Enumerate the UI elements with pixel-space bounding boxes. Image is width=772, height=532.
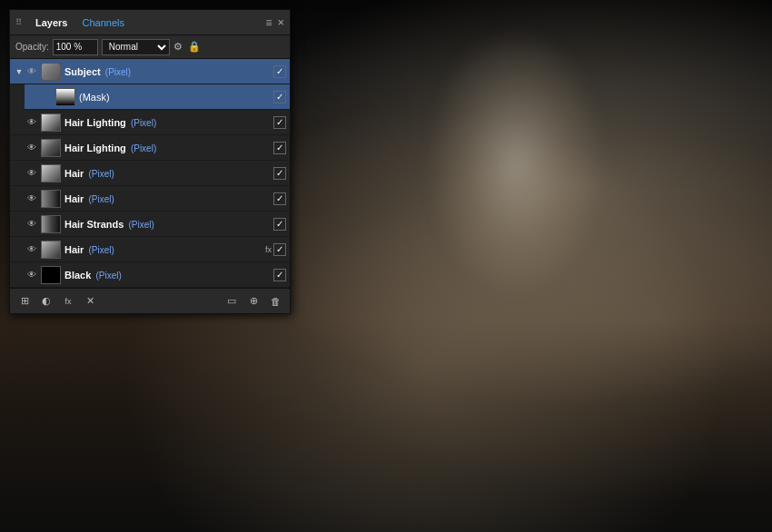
- drag-handle[interactable]: ⠿: [15, 17, 23, 27]
- thumb-graphic: [42, 191, 60, 207]
- layer-check[interactable]: ✓: [273, 269, 286, 281]
- layers-list: ▼ 👁 Subject (Pixel) ✓ (Mask): [10, 59, 290, 288]
- bottom-toolbar: ⊞ ◐ fx ✕ ▭ ⊕ 🗑: [10, 288, 290, 313]
- fx-label: fx: [265, 245, 272, 254]
- eye-icon: 👁: [27, 193, 36, 203]
- layer-visibility-toggle[interactable]: 👁: [25, 268, 39, 282]
- thumb-graphic: [42, 114, 60, 131]
- layer-name: Hair (Pixel): [64, 193, 273, 204]
- opacity-label: Opacity:: [15, 42, 49, 52]
- layer-visibility-toggle[interactable]: 👁: [25, 166, 39, 181]
- layer-check[interactable]: ✓: [273, 91, 286, 103]
- panel-controls: ≡ ×: [265, 15, 284, 29]
- thumb-graphic: [42, 140, 60, 156]
- layer-thumbnail: [55, 88, 75, 106]
- opacity-input[interactable]: [53, 39, 98, 55]
- layer-name: (Mask): [79, 92, 273, 103]
- collapse-icon: ▼: [15, 67, 24, 76]
- eye-icon: 👁: [27, 168, 36, 178]
- layer-name: Hair Strands (Pixel): [64, 219, 273, 230]
- eye-icon: 👁: [27, 143, 36, 153]
- layer-visibility-toggle[interactable]: 👁: [25, 192, 39, 206]
- layer-row[interactable]: 👁 Black (Pixel) ✓: [10, 262, 290, 288]
- thumb-graphic: [42, 165, 60, 182]
- layer-visibility-toggle[interactable]: 👁: [25, 141, 39, 155]
- layer-name: Hair (Pixel): [64, 244, 265, 255]
- trash-icon[interactable]: ✕: [81, 292, 99, 310]
- layer-visibility-toggle[interactable]: 👁: [25, 115, 39, 130]
- fx-icon[interactable]: fx: [59, 292, 77, 310]
- layer-thumbnail: [41, 63, 61, 81]
- thumb-graphic: [42, 267, 60, 283]
- eye-icon: 👁: [27, 244, 36, 254]
- blend-mode-select[interactable]: Normal: [102, 39, 170, 55]
- layer-visibility-toggle[interactable]: [39, 90, 54, 104]
- layer-row[interactable]: 👁 Hair (Pixel) fx ✓: [10, 237, 290, 262]
- layer-thumbnail: [41, 190, 61, 208]
- new-mask-icon[interactable]: ◐: [37, 292, 55, 310]
- settings-icon[interactable]: ⚙: [173, 41, 183, 53]
- layer-name: Black (Pixel): [64, 270, 273, 281]
- layer-thumbnail: [41, 266, 61, 284]
- thumb-graphic: [56, 89, 74, 105]
- layer-name: Hair Lighting (Pixel): [64, 143, 273, 153]
- eye-icon: 👁: [27, 117, 36, 127]
- layer-row[interactable]: 👁 Hair (Pixel) ✓: [10, 186, 290, 212]
- layer-row[interactable]: 👁 Hair Strands (Pixel) ✓: [10, 212, 290, 237]
- layer-name: Hair Lighting (Pixel): [64, 117, 273, 128]
- layer-visibility-toggle[interactable]: 👁: [25, 242, 39, 257]
- layer-check[interactable]: ✓: [273, 142, 286, 154]
- layer-name: Hair (Pixel): [64, 168, 273, 179]
- layer-thumbnail: [41, 164, 61, 182]
- layers-icon[interactable]: ⊞: [15, 292, 34, 310]
- thumb-graphic: [42, 216, 60, 232]
- layer-check[interactable]: ✓: [273, 65, 286, 78]
- expand-arrow[interactable]: ▼: [14, 67, 25, 76]
- layer-thumbnail: [41, 139, 61, 157]
- eye-icon: 👁: [27, 66, 36, 76]
- thumb-graphic: [42, 64, 60, 80]
- layer-check[interactable]: ✓: [273, 116, 286, 129]
- opacity-row: Opacity: Normal ⚙ 🔒: [10, 35, 290, 59]
- eye-icon: 👁: [27, 219, 36, 229]
- layer-row[interactable]: 👁 Hair (Pixel) ✓: [10, 161, 290, 186]
- layer-row[interactable]: 👁 Hair Lighting (Pixel) ✓: [10, 135, 290, 161]
- layer-check[interactable]: ✓: [273, 218, 286, 231]
- adjustment-icon[interactable]: ⊕: [244, 292, 262, 310]
- lock-icon[interactable]: 🔒: [188, 41, 201, 53]
- panel-menu-icon[interactable]: ≡: [265, 16, 272, 29]
- layer-row[interactable]: (Mask) ✓: [25, 84, 290, 110]
- eye-icon: 👁: [27, 270, 36, 280]
- layer-thumbnail: [41, 113, 61, 132]
- layer-check[interactable]: ✓: [273, 192, 286, 205]
- panel-header: ⠿ Layers Channels ≡ ×: [10, 10, 290, 35]
- layer-name: Subject (Pixel): [64, 66, 273, 77]
- tab-channels[interactable]: Channels: [74, 15, 131, 30]
- delete-layer-icon[interactable]: 🗑: [266, 292, 284, 310]
- layer-visibility-toggle[interactable]: 👁: [25, 217, 39, 232]
- layer-row[interactable]: ▼ 👁 Subject (Pixel) ✓: [10, 59, 290, 84]
- layer-check[interactable]: ✓: [273, 167, 286, 180]
- drag-dots-icon: ⠿: [15, 17, 23, 27]
- tab-layers[interactable]: Layers: [28, 15, 74, 30]
- layer-visibility-toggle[interactable]: 👁: [25, 64, 39, 79]
- layer-thumbnail: [41, 241, 61, 259]
- panel-tabs: Layers Channels: [28, 15, 265, 30]
- new-folder-icon[interactable]: ▭: [223, 292, 241, 310]
- layer-row[interactable]: 👁 Hair Lighting (Pixel) ✓: [10, 110, 290, 135]
- panel-close-icon[interactable]: ×: [277, 15, 284, 29]
- layers-panel: ⠿ Layers Channels ≡ × Opacity: Normal ⚙ …: [9, 9, 291, 314]
- layer-check[interactable]: ✓: [273, 243, 286, 256]
- layer-thumbnail: [41, 215, 61, 233]
